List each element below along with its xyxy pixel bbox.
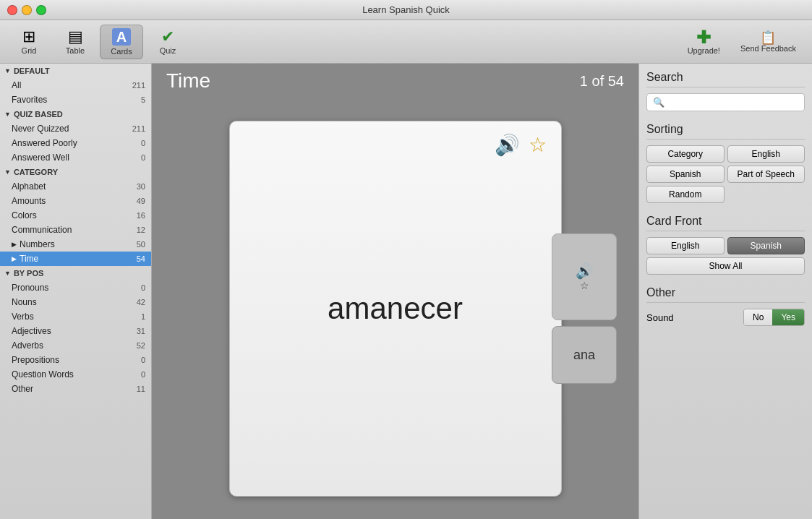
sidebar-section-default-label: DEFAULT bbox=[14, 67, 50, 75]
sidebar-item-adjectives-label: Adjectives bbox=[12, 326, 134, 336]
sidebar-item-pronouns-label: Pronouns bbox=[12, 283, 138, 293]
star-icon[interactable]: ☆ bbox=[529, 133, 547, 157]
sort-spanish-button[interactable]: Spanish bbox=[646, 166, 725, 183]
search-input[interactable] bbox=[646, 93, 805, 111]
quiz-button[interactable]: ✔ Quiz bbox=[146, 25, 189, 59]
sidebar-item-numbers[interactable]: ▶ Numbers 50 bbox=[0, 237, 151, 252]
sound-row: Sound No Yes bbox=[646, 309, 805, 326]
toolbar-left: ⊞ Grid ▤ Table A Cards ✔ Quiz bbox=[7, 25, 189, 59]
cards-label: Cards bbox=[111, 47, 132, 56]
sidebar-item-colors-count: 16 bbox=[137, 211, 145, 220]
feedback-icon: 📋 bbox=[760, 31, 776, 44]
peek-star-icon: ☆ bbox=[580, 280, 589, 291]
peek-card-bottom: ana bbox=[552, 326, 617, 384]
sidebar-item-nouns-count: 42 bbox=[137, 298, 145, 306]
table-button[interactable]: ▤ Table bbox=[54, 25, 97, 59]
sidebar-item-adjectives-count: 31 bbox=[137, 327, 145, 335]
sidebar-item-answered-poorly[interactable]: Answered Poorly 0 bbox=[0, 136, 151, 150]
sidebar-item-adjectives[interactable]: Adjectives 31 bbox=[0, 324, 151, 338]
feedback-label: Send Feedback bbox=[740, 44, 796, 53]
grid-button[interactable]: ⊞ Grid bbox=[7, 25, 51, 59]
sidebar-item-pronouns[interactable]: Pronouns 0 bbox=[0, 280, 151, 295]
sidebar-item-colors-label: Colors bbox=[12, 210, 134, 220]
quiz-icon: ✔ bbox=[161, 29, 174, 45]
card-front-show-all-button[interactable]: Show All bbox=[646, 257, 805, 275]
sidebar-item-question-words[interactable]: Question Words 0 bbox=[0, 367, 151, 382]
sound-no-button[interactable]: No bbox=[744, 309, 772, 325]
sidebar-item-never-quizzed[interactable]: Never Quizzed 211 bbox=[0, 121, 151, 136]
sidebar-item-favorites[interactable]: Favorites 5 bbox=[0, 93, 151, 107]
arrow-default: ▼ bbox=[4, 67, 11, 74]
sidebar-item-amounts[interactable]: Amounts 49 bbox=[0, 194, 151, 208]
peek-sound-icon: 🔊 bbox=[576, 262, 594, 280]
sort-english-button[interactable]: English bbox=[727, 145, 805, 163]
sidebar-item-answered-well[interactable]: Answered Well 0 bbox=[0, 150, 151, 165]
card-front-english-button[interactable]: English bbox=[646, 237, 725, 254]
other-section-title: Other bbox=[646, 286, 805, 303]
arrow-by-pos: ▼ bbox=[4, 270, 11, 277]
sidebar-section-default[interactable]: ▼ DEFAULT bbox=[0, 64, 151, 78]
center-area: Time 1 of 54 🔊 ☆ amanecer 🔊 ☆ bbox=[152, 64, 638, 519]
sidebar-item-colors[interactable]: Colors 16 bbox=[0, 208, 151, 223]
sidebar-item-communication-count: 12 bbox=[137, 226, 145, 234]
sidebar-item-never-quizzed-count: 211 bbox=[132, 124, 145, 133]
sidebar-item-nouns[interactable]: Nouns 42 bbox=[0, 295, 151, 309]
sidebar-item-pronouns-count: 0 bbox=[141, 283, 145, 292]
sidebar-item-communication[interactable]: Communication 12 bbox=[0, 223, 151, 237]
card-area: 🔊 ☆ amanecer 🔊 ☆ ana bbox=[152, 98, 638, 519]
card-icons: 🔊 ☆ bbox=[495, 133, 547, 157]
sidebar-item-all[interactable]: All 211 bbox=[0, 78, 151, 93]
sort-category-button[interactable]: Category bbox=[646, 145, 725, 163]
card-front-buttons: English Spanish Show All bbox=[646, 237, 805, 275]
sidebar-item-all-label: All bbox=[12, 80, 129, 90]
sidebar-item-answered-well-label: Answered Well bbox=[12, 153, 138, 163]
sidebar-item-amounts-label: Amounts bbox=[12, 196, 134, 206]
minimize-button[interactable] bbox=[22, 5, 32, 15]
card-main[interactable]: 🔊 ☆ amanecer bbox=[229, 121, 562, 497]
arrow-category: ▼ bbox=[4, 168, 11, 176]
card-front-spanish-button[interactable]: Spanish bbox=[727, 237, 805, 254]
sidebar-item-time-label: Time bbox=[20, 254, 134, 264]
window-controls[interactable] bbox=[7, 5, 46, 15]
sidebar-item-adverbs[interactable]: Adverbs 52 bbox=[0, 338, 151, 353]
sidebar-item-other[interactable]: Other 11 bbox=[0, 382, 151, 396]
sidebar-item-alphabet-count: 30 bbox=[137, 182, 145, 191]
maximize-button[interactable] bbox=[36, 5, 46, 15]
search-section-title: Search bbox=[646, 71, 805, 87]
sidebar-item-prepositions[interactable]: Prepositions 0 bbox=[0, 353, 151, 367]
sidebar-section-by-pos[interactable]: ▼ BY POS bbox=[0, 266, 151, 280]
sidebar-item-answered-well-count: 0 bbox=[141, 153, 145, 162]
sidebar-item-favorites-label: Favorites bbox=[12, 95, 138, 105]
close-button[interactable] bbox=[7, 5, 17, 15]
sidebar-item-time-count: 54 bbox=[137, 254, 145, 263]
sidebar-item-time[interactable]: ▶ Time 54 bbox=[0, 252, 151, 266]
sidebar-item-all-count: 211 bbox=[132, 81, 145, 90]
peek-word: ana bbox=[573, 348, 595, 363]
sidebar-item-numbers-label: Numbers bbox=[20, 239, 134, 249]
peek-card-top: 🔊 ☆ bbox=[552, 233, 617, 320]
sound-toggle: No Yes bbox=[743, 309, 805, 326]
sidebar-item-verbs-count: 1 bbox=[141, 312, 145, 321]
upgrade-button[interactable]: ✚ Upgrade! bbox=[679, 26, 729, 58]
sort-random-button[interactable]: Random bbox=[646, 186, 725, 203]
sidebar-item-question-words-count: 0 bbox=[141, 370, 145, 379]
card-header: Time 1 of 54 bbox=[152, 64, 638, 98]
search-section: Search bbox=[646, 71, 805, 111]
sidebar-item-verbs[interactable]: Verbs 1 bbox=[0, 309, 151, 324]
sidebar-item-alphabet[interactable]: Alphabet 30 bbox=[0, 179, 151, 194]
sound-icon[interactable]: 🔊 bbox=[495, 133, 520, 157]
sidebar-item-nouns-label: Nouns bbox=[12, 297, 134, 307]
card-progress: 1 of 54 bbox=[580, 73, 624, 90]
feedback-button[interactable]: 📋 Send Feedback bbox=[732, 26, 805, 58]
sidebar-item-answered-poorly-label: Answered Poorly bbox=[12, 138, 138, 148]
sidebar-item-prepositions-label: Prepositions bbox=[12, 355, 138, 365]
main-area: ▼ DEFAULT All 211 Favorites 5 ▼ QUIZ BAS… bbox=[0, 64, 812, 519]
sidebar-section-category[interactable]: ▼ CATEGORY bbox=[0, 165, 151, 179]
cards-button[interactable]: A Cards bbox=[100, 25, 143, 59]
sidebar-item-communication-label: Communication bbox=[12, 225, 134, 235]
sort-part-of-speech-button[interactable]: Part of Speech bbox=[727, 166, 805, 183]
title-bar: Learn Spanish Quick bbox=[0, 0, 812, 20]
sidebar-section-quiz-based[interactable]: ▼ QUIZ BASED bbox=[0, 107, 151, 121]
sidebar: ▼ DEFAULT All 211 Favorites 5 ▼ QUIZ BAS… bbox=[0, 64, 152, 519]
sound-yes-button[interactable]: Yes bbox=[772, 309, 804, 325]
